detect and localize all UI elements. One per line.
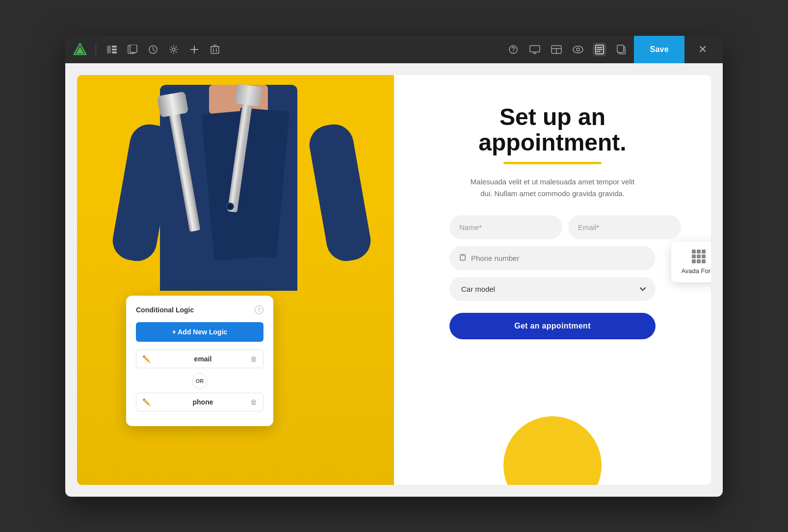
email-input[interactable]	[568, 215, 681, 239]
avada-form-tooltip: Avada Form	[671, 242, 711, 282]
phone-input-wrapper	[449, 246, 656, 270]
help-circle-icon[interactable]: ?	[255, 305, 263, 314]
edit-icon-phone[interactable]: ✏️	[142, 398, 151, 406]
settings-icon[interactable]	[167, 43, 181, 56]
sidebar-toggle-icon[interactable]	[105, 43, 119, 56]
separator-1	[96, 44, 96, 55]
phone-row	[449, 246, 656, 270]
name-input[interactable]	[449, 215, 562, 239]
delete-icon-phone[interactable]: 🗑	[250, 398, 257, 406]
toolbar-left	[73, 43, 500, 56]
popup-header: Conditional Logic ?	[136, 305, 263, 314]
svg-rect-4	[112, 49, 117, 51]
logic-item-phone: ✏️ phone 🗑	[136, 393, 263, 411]
svg-point-34	[462, 259, 463, 260]
svg-point-9	[172, 48, 175, 51]
popup-title: Conditional Logic	[136, 306, 194, 314]
layout-icon[interactable]	[550, 43, 563, 56]
app-window: Save ✕	[65, 36, 723, 497]
grid-cell-9	[702, 259, 706, 263]
grid-cell-7	[692, 259, 696, 263]
svg-rect-32	[617, 45, 624, 52]
canvas-area: Conditional Logic ? + Add New Logic ✏️ e…	[77, 75, 711, 485]
copy-icon[interactable]	[614, 43, 628, 56]
logo-icon[interactable]	[73, 43, 87, 56]
svg-rect-12	[211, 47, 219, 53]
name-email-row	[449, 215, 656, 239]
grid-cell-5	[697, 254, 701, 258]
edit-icon-email[interactable]: ✏️	[142, 355, 151, 363]
avada-grid-icon	[692, 250, 706, 263]
grid-cell-2	[697, 250, 701, 253]
grid-cell-8	[697, 259, 701, 263]
logic-item-phone-label: phone	[156, 398, 250, 406]
main-content: Conditional Logic ? + Add New Logic ✏️ e…	[65, 63, 723, 497]
grid-cell-4	[692, 254, 696, 258]
form-title: Set up an appointment.	[478, 104, 626, 156]
grid-cell-6	[702, 254, 706, 258]
delete-icon-email[interactable]: 🗑	[250, 355, 257, 363]
submit-button[interactable]: Get an appointment	[449, 313, 656, 339]
close-button[interactable]: ✕	[690, 36, 715, 63]
logic-item-email: ✏️ email 🗑	[136, 350, 263, 368]
phone-input[interactable]	[471, 254, 646, 262]
yellow-circle-decoration	[503, 416, 602, 485]
help-icon[interactable]	[506, 43, 520, 56]
svg-point-25	[573, 46, 583, 53]
toolbar: Save ✕	[65, 36, 723, 63]
form-subtitle: Malesuada velit et ut malesuada amet tem…	[464, 176, 641, 200]
svg-rect-3	[112, 46, 117, 48]
or-divider: OR	[136, 373, 263, 389]
phone-icon	[459, 254, 466, 262]
svg-point-18	[513, 51, 514, 52]
grid-cell-3	[702, 250, 706, 253]
add-logic-button[interactable]: + Add New Logic	[136, 322, 263, 342]
save-button[interactable]: Save	[634, 36, 684, 63]
image-panel: Conditional Logic ? + Add New Logic ✏️ e…	[77, 75, 394, 485]
car-model-row: Car model Sedan SUV Truck	[449, 277, 656, 301]
title-underline	[503, 162, 602, 164]
conditional-logic-popup: Conditional Logic ? + Add New Logic ✏️ e…	[126, 296, 273, 426]
file-active-icon[interactable]	[593, 43, 606, 56]
form-title-line2: appointment.	[478, 129, 626, 155]
grid-cell-1	[692, 250, 696, 253]
add-icon[interactable]	[187, 43, 201, 56]
svg-rect-19	[530, 46, 540, 52]
svg-point-26	[577, 48, 579, 51]
avada-form-label: Avada Form	[681, 267, 711, 275]
form-title-line1: Set up an	[499, 104, 605, 130]
svg-rect-2	[107, 46, 111, 53]
history-icon[interactable]	[146, 43, 160, 56]
toolbar-right	[506, 43, 628, 56]
svg-rect-5	[112, 51, 117, 53]
pages-icon[interactable]	[126, 43, 139, 56]
or-badge: OR	[192, 373, 208, 389]
form-panel: Avada Form Set up an appointment. Malesu…	[394, 75, 711, 485]
car-model-select[interactable]: Car model Sedan SUV Truck	[449, 277, 656, 301]
delete-icon[interactable]	[208, 43, 222, 56]
desktop-icon[interactable]	[528, 43, 542, 56]
preview-icon[interactable]	[571, 43, 585, 56]
svg-rect-7	[130, 45, 137, 52]
logic-item-email-label: email	[156, 355, 250, 363]
